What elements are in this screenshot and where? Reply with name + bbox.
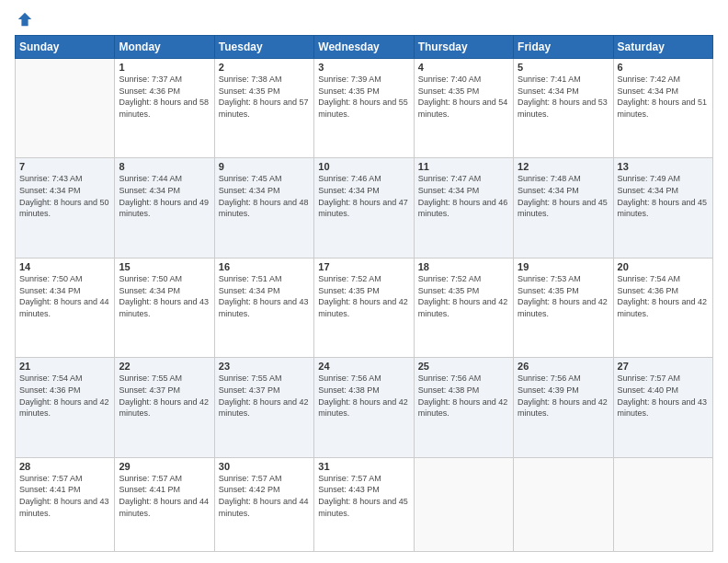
day-number: 12 xyxy=(518,161,609,172)
calendar-cell: 28 Sunrise: 7:57 AM Sunset: 4:41 PM Dayl… xyxy=(16,457,115,551)
page: SundayMondayTuesdayWednesdayThursdayFrid… xyxy=(0,0,728,563)
calendar-cell: 7 Sunrise: 7:43 AM Sunset: 4:34 PM Dayli… xyxy=(16,158,115,258)
calendar-cell: 21 Sunrise: 7:54 AM Sunset: 4:36 PM Dayl… xyxy=(16,358,115,457)
day-number: 11 xyxy=(418,161,509,172)
day-info: Sunrise: 7:55 AM Sunset: 4:37 PM Dayligh… xyxy=(219,373,310,419)
day-number: 16 xyxy=(219,261,310,272)
calendar-cell: 4 Sunrise: 7:40 AM Sunset: 4:35 PM Dayli… xyxy=(414,59,513,158)
day-number: 7 xyxy=(19,161,110,172)
weekday-header-friday: Friday xyxy=(514,36,613,59)
day-number: 1 xyxy=(119,62,210,73)
day-info: Sunrise: 7:55 AM Sunset: 4:37 PM Dayligh… xyxy=(119,373,210,419)
day-info: Sunrise: 7:50 AM Sunset: 4:34 PM Dayligh… xyxy=(119,273,210,319)
day-number: 17 xyxy=(318,261,409,272)
day-number: 18 xyxy=(418,261,509,272)
day-number: 30 xyxy=(219,461,310,472)
calendar-cell: 29 Sunrise: 7:57 AM Sunset: 4:41 PM Dayl… xyxy=(115,457,214,551)
day-number: 6 xyxy=(618,62,709,73)
day-number: 3 xyxy=(318,62,409,73)
calendar-week-row: 21 Sunrise: 7:54 AM Sunset: 4:36 PM Dayl… xyxy=(16,358,713,457)
day-info: Sunrise: 7:45 AM Sunset: 4:34 PM Dayligh… xyxy=(219,173,310,219)
calendar-cell: 5 Sunrise: 7:41 AM Sunset: 4:34 PM Dayli… xyxy=(514,59,613,158)
day-number: 9 xyxy=(219,161,310,172)
day-number: 4 xyxy=(418,62,509,73)
day-info: Sunrise: 7:52 AM Sunset: 4:35 PM Dayligh… xyxy=(318,273,409,319)
day-number: 14 xyxy=(19,261,110,272)
day-info: Sunrise: 7:51 AM Sunset: 4:34 PM Dayligh… xyxy=(219,273,310,319)
calendar-cell xyxy=(16,59,115,158)
day-info: Sunrise: 7:57 AM Sunset: 4:42 PM Dayligh… xyxy=(219,473,310,519)
day-number: 27 xyxy=(618,361,709,372)
calendar-cell: 2 Sunrise: 7:38 AM Sunset: 4:35 PM Dayli… xyxy=(214,59,313,158)
day-info: Sunrise: 7:56 AM Sunset: 4:38 PM Dayligh… xyxy=(318,373,409,419)
day-number: 5 xyxy=(518,62,609,73)
weekday-header-row: SundayMondayTuesdayWednesdayThursdayFrid… xyxy=(16,36,713,59)
day-number: 10 xyxy=(318,161,409,172)
day-info: Sunrise: 7:47 AM Sunset: 4:34 PM Dayligh… xyxy=(418,173,509,219)
day-number: 19 xyxy=(518,261,609,272)
calendar-cell xyxy=(414,457,513,551)
calendar-cell: 1 Sunrise: 7:37 AM Sunset: 4:36 PM Dayli… xyxy=(115,59,214,158)
weekday-header-wednesday: Wednesday xyxy=(314,36,414,59)
calendar-cell: 23 Sunrise: 7:55 AM Sunset: 4:37 PM Dayl… xyxy=(214,358,313,457)
calendar-week-row: 7 Sunrise: 7:43 AM Sunset: 4:34 PM Dayli… xyxy=(16,158,713,258)
calendar-cell xyxy=(514,457,613,551)
day-info: Sunrise: 7:41 AM Sunset: 4:34 PM Dayligh… xyxy=(518,74,609,120)
day-info: Sunrise: 7:43 AM Sunset: 4:34 PM Dayligh… xyxy=(19,173,110,219)
day-number: 23 xyxy=(219,361,310,372)
calendar-week-row: 14 Sunrise: 7:50 AM Sunset: 4:34 PM Dayl… xyxy=(16,258,713,357)
calendar-cell xyxy=(613,457,712,551)
day-info: Sunrise: 7:49 AM Sunset: 4:34 PM Dayligh… xyxy=(618,173,709,219)
day-info: Sunrise: 7:53 AM Sunset: 4:35 PM Dayligh… xyxy=(518,273,609,319)
day-info: Sunrise: 7:37 AM Sunset: 4:36 PM Dayligh… xyxy=(119,74,210,120)
calendar-cell: 8 Sunrise: 7:44 AM Sunset: 4:34 PM Dayli… xyxy=(115,158,214,258)
weekday-header-monday: Monday xyxy=(115,36,214,59)
day-info: Sunrise: 7:54 AM Sunset: 4:36 PM Dayligh… xyxy=(19,373,110,419)
calendar-cell: 26 Sunrise: 7:56 AM Sunset: 4:39 PM Dayl… xyxy=(514,358,613,457)
header xyxy=(15,11,713,28)
calendar-cell: 22 Sunrise: 7:55 AM Sunset: 4:37 PM Dayl… xyxy=(115,358,214,457)
day-number: 31 xyxy=(318,461,409,472)
calendar-cell: 10 Sunrise: 7:46 AM Sunset: 4:34 PM Dayl… xyxy=(314,158,414,258)
day-number: 13 xyxy=(618,161,709,172)
day-number: 29 xyxy=(119,461,210,472)
day-info: Sunrise: 7:57 AM Sunset: 4:41 PM Dayligh… xyxy=(119,473,210,519)
day-info: Sunrise: 7:54 AM Sunset: 4:36 PM Dayligh… xyxy=(618,273,709,319)
day-info: Sunrise: 7:57 AM Sunset: 4:43 PM Dayligh… xyxy=(318,473,409,519)
calendar-cell: 17 Sunrise: 7:52 AM Sunset: 4:35 PM Dayl… xyxy=(314,258,414,357)
calendar-week-row: 1 Sunrise: 7:37 AM Sunset: 4:36 PM Dayli… xyxy=(16,59,713,158)
day-info: Sunrise: 7:39 AM Sunset: 4:35 PM Dayligh… xyxy=(318,74,409,120)
day-info: Sunrise: 7:57 AM Sunset: 4:40 PM Dayligh… xyxy=(618,373,709,419)
day-info: Sunrise: 7:52 AM Sunset: 4:35 PM Dayligh… xyxy=(418,273,509,319)
day-number: 21 xyxy=(19,361,110,372)
calendar-cell: 12 Sunrise: 7:48 AM Sunset: 4:34 PM Dayl… xyxy=(514,158,613,258)
day-number: 25 xyxy=(418,361,509,372)
weekday-header-saturday: Saturday xyxy=(613,36,712,59)
day-number: 15 xyxy=(119,261,210,272)
day-info: Sunrise: 7:46 AM Sunset: 4:34 PM Dayligh… xyxy=(318,173,409,219)
day-number: 20 xyxy=(618,261,709,272)
svg-marker-0 xyxy=(18,13,31,26)
weekday-header-sunday: Sunday xyxy=(16,36,115,59)
day-info: Sunrise: 7:56 AM Sunset: 4:39 PM Dayligh… xyxy=(518,373,609,419)
calendar-table: SundayMondayTuesdayWednesdayThursdayFrid… xyxy=(15,35,713,552)
day-info: Sunrise: 7:40 AM Sunset: 4:35 PM Dayligh… xyxy=(418,74,509,120)
calendar-cell: 19 Sunrise: 7:53 AM Sunset: 4:35 PM Dayl… xyxy=(514,258,613,357)
day-info: Sunrise: 7:42 AM Sunset: 4:34 PM Dayligh… xyxy=(618,74,709,120)
day-info: Sunrise: 7:38 AM Sunset: 4:35 PM Dayligh… xyxy=(219,74,310,120)
day-info: Sunrise: 7:56 AM Sunset: 4:38 PM Dayligh… xyxy=(418,373,509,419)
calendar-cell: 27 Sunrise: 7:57 AM Sunset: 4:40 PM Dayl… xyxy=(613,358,712,457)
calendar-cell: 30 Sunrise: 7:57 AM Sunset: 4:42 PM Dayl… xyxy=(214,457,313,551)
day-number: 22 xyxy=(119,361,210,372)
calendar-week-row: 28 Sunrise: 7:57 AM Sunset: 4:41 PM Dayl… xyxy=(16,457,713,551)
day-number: 2 xyxy=(219,62,310,73)
calendar-cell: 11 Sunrise: 7:47 AM Sunset: 4:34 PM Dayl… xyxy=(414,158,513,258)
weekday-header-thursday: Thursday xyxy=(414,36,513,59)
calendar-cell: 20 Sunrise: 7:54 AM Sunset: 4:36 PM Dayl… xyxy=(613,258,712,357)
calendar-cell: 25 Sunrise: 7:56 AM Sunset: 4:38 PM Dayl… xyxy=(414,358,513,457)
calendar-cell: 14 Sunrise: 7:50 AM Sunset: 4:34 PM Dayl… xyxy=(16,258,115,357)
calendar-cell: 18 Sunrise: 7:52 AM Sunset: 4:35 PM Dayl… xyxy=(414,258,513,357)
calendar-cell: 3 Sunrise: 7:39 AM Sunset: 4:35 PM Dayli… xyxy=(314,59,414,158)
calendar-cell: 16 Sunrise: 7:51 AM Sunset: 4:34 PM Dayl… xyxy=(214,258,313,357)
day-info: Sunrise: 7:48 AM Sunset: 4:34 PM Dayligh… xyxy=(518,173,609,219)
